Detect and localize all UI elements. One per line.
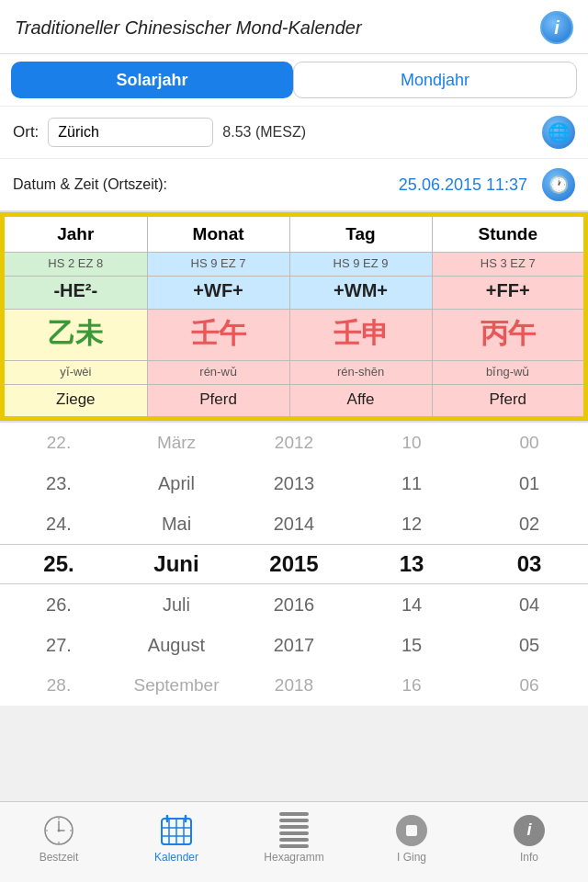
picker-item[interactable]: 11 (353, 463, 470, 503)
picker-col-year[interactable]: 2012 2013 2014 2015 2016 2017 2018 (235, 423, 353, 706)
picker-item[interactable]: 27. (0, 625, 118, 665)
picker-item[interactable]: 10 (353, 423, 470, 463)
animal-row: Ziege Pferd Affe Pferd (4, 385, 584, 418)
picker-item[interactable]: 2016 (235, 584, 353, 625)
picker-item[interactable]: 26. (0, 584, 118, 625)
jahr-pinyin: yǐ-wèi (8, 365, 143, 379)
tab-hexagramm-label: Hexagramm (264, 851, 323, 864)
picker-item[interactable]: 06 (470, 665, 588, 706)
picker-item[interactable]: Mai (118, 503, 235, 544)
picker-item[interactable]: 00 (470, 423, 588, 463)
picker-item[interactable]: 01 (470, 463, 588, 503)
bestzeit-icon (42, 814, 75, 847)
jahr-symbol: -HE²- (8, 280, 143, 301)
pinyin-row: yǐ-wèi rén-wǔ rén-shēn bǐng-wǔ (4, 361, 584, 385)
picker-item[interactable]: 28. (0, 665, 118, 706)
picker-col-minute[interactable]: 00 01 02 03 04 05 06 (470, 423, 588, 706)
lunar-year-button[interactable]: Mondjahr (293, 62, 577, 98)
picker-col-month[interactable]: März April Mai Juni Juli August Septembe… (118, 423, 235, 706)
tab-hexagramm[interactable]: Hexagramm (235, 802, 353, 882)
info-tab-icon-container: i (513, 814, 546, 847)
iging-icon (395, 814, 428, 847)
stunde-hs-ez: HS 3 EZ 7 (436, 256, 580, 270)
picker-item[interactable]: 15 (353, 625, 470, 665)
picker-item[interactable]: März (118, 423, 235, 463)
tab-iging[interactable]: I Ging (353, 802, 470, 882)
picker-item-selected[interactable]: Juni (118, 544, 235, 584)
picker-item[interactable]: 02 (470, 503, 588, 544)
picker-item[interactable]: 24. (0, 503, 118, 544)
picker-item-selected[interactable]: 2015 (235, 544, 353, 584)
tab-kalender[interactable]: Kalender (118, 802, 235, 882)
jahr-chinese: 乙未 (8, 315, 143, 353)
view-toggle: Solarjahr Mondjahr (0, 54, 588, 106)
picker-item[interactable]: 2012 (235, 423, 353, 463)
globe-icon[interactable]: 🌐 (542, 116, 575, 149)
tag-chinese: 壬申 (294, 315, 428, 353)
picker-item[interactable]: 12 (353, 503, 470, 544)
datetime-label: Datum & Zeit (Ortszeit): (13, 176, 167, 193)
tag-hs-ez: HS 9 EZ 9 (294, 256, 428, 270)
tag-symbol: +WM+ (294, 280, 428, 301)
chinese-row: 乙未 壬午 壬申 丙午 (4, 310, 584, 361)
monat-pinyin: rén-wǔ (152, 365, 286, 379)
pillar-table: Jahr Monat Tag Stunde HS 2 EZ 8 HS 9 EZ … (3, 215, 585, 418)
picker-item[interactable]: 2018 (235, 665, 353, 706)
kalender-icon (160, 814, 193, 847)
city-input[interactable] (48, 118, 213, 147)
date-picker[interactable]: 22. 23. 24. 25. 26. 27. 28. März April M… (0, 421, 588, 706)
picker-item[interactable]: 2017 (235, 625, 353, 665)
picker-col-hour[interactable]: 10 11 12 13 14 15 16 (353, 423, 470, 706)
stunde-symbol: +FF+ (436, 280, 580, 301)
clock-icon[interactable]: 🕐 (542, 168, 575, 201)
iging-coin-shape (396, 815, 427, 846)
picker-item[interactable]: 04 (470, 584, 588, 625)
datetime-value: 25.06.2015 11:37 (175, 175, 527, 195)
picker-item[interactable]: 14 (353, 584, 470, 625)
col-header-tag: Tag (289, 216, 432, 253)
tag-pinyin: rén-shēn (294, 365, 428, 379)
tab-iging-label: I Ging (397, 851, 426, 864)
app-title: Traditioneller Chinesischer Mond-Kalende… (15, 17, 362, 39)
monat-animal: Pferd (152, 390, 286, 409)
picker-item-selected[interactable]: 13 (353, 544, 470, 584)
picker-item[interactable]: April (118, 463, 235, 503)
hexagramm-icon (277, 814, 311, 847)
picker-item[interactable]: 2014 (235, 503, 353, 544)
tab-kalender-label: Kalender (154, 851, 198, 864)
picker-item-selected[interactable]: 03 (470, 544, 588, 584)
app-header: Traditioneller Chinesischer Mond-Kalende… (0, 0, 588, 54)
picker-item[interactable]: 16 (353, 665, 470, 706)
pillar-table-wrapper: Jahr Monat Tag Stunde HS 2 EZ 8 HS 9 EZ … (0, 212, 588, 421)
tab-bestzeit-label: Bestzeit (40, 851, 79, 864)
col-header-monat: Monat (147, 216, 289, 253)
tab-bar: Bestzeit Kalender (0, 801, 588, 882)
stunde-chinese: 丙午 (436, 315, 580, 353)
stunde-animal: Pferd (436, 390, 580, 409)
picker-item[interactable]: 05 (470, 625, 588, 665)
picker-item[interactable]: September (118, 665, 235, 706)
tab-info[interactable]: i Info (470, 802, 588, 882)
picker-item-selected[interactable]: 25. (0, 544, 118, 584)
location-label: Ort: (13, 123, 39, 141)
picker-item[interactable]: Juli (118, 584, 235, 625)
datetime-row: Datum & Zeit (Ortszeit): 25.06.2015 11:3… (0, 158, 588, 212)
timezone-text: 8.53 (MESZ) (222, 124, 533, 141)
picker-item[interactable]: August (118, 625, 235, 665)
tab-bestzeit[interactable]: Bestzeit (0, 802, 118, 882)
symbol-row: -HE²- +WF+ +WM+ +FF+ (4, 277, 584, 310)
location-row: Ort: 8.53 (MESZ) 🌐 (0, 106, 588, 158)
picker-item[interactable]: 22. (0, 423, 118, 463)
solar-year-button[interactable]: Solarjahr (11, 62, 293, 98)
hs-ez-row: HS 2 EZ 8 HS 9 EZ 7 HS 9 EZ 9 HS 3 EZ 7 (4, 253, 584, 277)
picker-columns: 22. 23. 24. 25. 26. 27. 28. März April M… (0, 423, 588, 706)
picker-col-day[interactable]: 22. 23. 24. 25. 26. 27. 28. (0, 423, 118, 706)
picker-item[interactable]: 23. (0, 463, 118, 503)
monat-symbol: +WF+ (152, 280, 286, 301)
monat-chinese: 壬午 (152, 315, 286, 353)
col-header-jahr: Jahr (4, 216, 147, 253)
stunde-pinyin: bǐng-wǔ (436, 365, 580, 379)
monat-hs-ez: HS 9 EZ 7 (152, 256, 286, 270)
info-header-button[interactable]: i (540, 11, 573, 44)
picker-item[interactable]: 2013 (235, 463, 353, 503)
